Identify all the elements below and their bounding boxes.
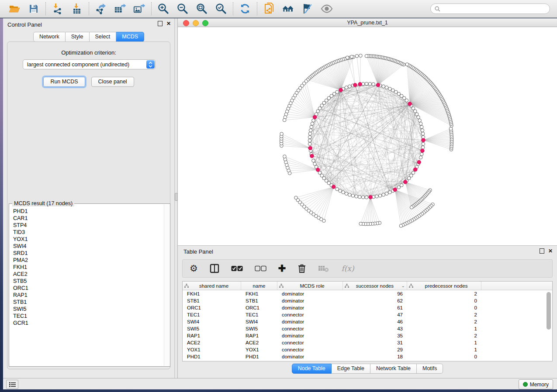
add-row-icon[interactable]: ✚: [278, 263, 286, 274]
table-row[interactable]: PHD1PHD1dominator180: [183, 353, 552, 360]
table-cell[interactable]: RAP1: [241, 333, 277, 338]
table-cell[interactable]: SWI5: [241, 326, 277, 331]
table-cell[interactable]: 35: [343, 333, 407, 338]
table-cell[interactable]: STB1: [183, 298, 241, 303]
result-list-item[interactable]: SRD1: [10, 250, 164, 257]
column-header-mcds-role[interactable]: MCDS role: [277, 282, 343, 290]
table-cell[interactable]: SWI4: [241, 319, 277, 324]
table-cell[interactable]: 2: [407, 319, 481, 324]
table-row[interactable]: YOX1YOX1connector291: [183, 346, 552, 353]
close-panel-button[interactable]: Close panel: [91, 77, 134, 87]
table-cell[interactable]: TEC1: [241, 312, 277, 317]
table-row[interactable]: ACE2ACE2connector311: [183, 339, 552, 346]
table-cell[interactable]: 61: [343, 305, 407, 310]
result-list-item[interactable]: STB1: [10, 299, 164, 306]
table-cell[interactable]: 18: [343, 354, 407, 359]
result-list-item[interactable]: ACE2: [10, 271, 164, 278]
result-list-item[interactable]: ORC1: [10, 285, 164, 292]
tab-style[interactable]: Style: [66, 32, 90, 42]
table-cell[interactable]: 43: [343, 326, 407, 331]
close-table-panel-icon[interactable]: ✕: [548, 248, 553, 254]
table-cell[interactable]: YOX1: [183, 347, 241, 352]
result-list-item[interactable]: YOX1: [10, 236, 164, 243]
table-settings-icon[interactable]: ⚙: [190, 263, 198, 274]
memory-button[interactable]: Memory: [519, 379, 553, 389]
table-cell[interactable]: 1: [407, 326, 481, 331]
tab-node-table[interactable]: Node Table: [292, 364, 332, 374]
table-cell[interactable]: dominator: [277, 333, 343, 338]
result-list-item[interactable]: TEC1: [10, 313, 164, 320]
close-panel-icon[interactable]: ✕: [166, 21, 171, 26]
search-input[interactable]: [443, 5, 546, 12]
table-row[interactable]: SWI4SWI4dominator462: [183, 318, 552, 325]
table-cell[interactable]: connector: [277, 347, 343, 352]
table-cell[interactable]: dominator: [277, 298, 343, 303]
table-cell[interactable]: PHD1: [241, 354, 277, 359]
table-cell[interactable]: connector: [277, 312, 343, 317]
zoom-in-icon[interactable]: [157, 3, 170, 15]
result-list-item[interactable]: CAR1: [10, 215, 164, 222]
network-window-titlebar[interactable]: YPA_prune.txt_1: [178, 18, 557, 27]
hide-graphics-details-icon[interactable]: [301, 3, 314, 15]
run-mcds-button[interactable]: Run MCDS: [43, 77, 85, 87]
table-cell[interactable]: connector: [277, 340, 343, 345]
result-list-item[interactable]: SWI4: [10, 243, 164, 250]
result-list-item[interactable]: STP4: [10, 222, 164, 229]
result-list-item[interactable]: RAP1: [10, 292, 164, 299]
import-network-icon[interactable]: [52, 3, 64, 15]
table-cell[interactable]: 0: [407, 305, 481, 310]
zoom-selected-icon[interactable]: [215, 3, 227, 15]
network-canvas[interactable]: [178, 27, 557, 245]
show-column-icon[interactable]: [210, 263, 219, 274]
tab-edge-table[interactable]: Edge Table: [332, 364, 370, 374]
result-list-item[interactable]: FKH1: [10, 264, 164, 271]
splitter-handle[interactable]: [175, 193, 178, 201]
table-cell[interactable]: 47: [343, 312, 407, 317]
save-session-icon[interactable]: [28, 3, 40, 15]
table-cell[interactable]: ORC1: [241, 305, 277, 310]
export-network-icon[interactable]: [95, 3, 107, 15]
mcds-result-list[interactable]: PHD1CAR1STP4TID3YOX1SWI4SRD1PMA2FKH1ACE2…: [10, 208, 164, 366]
result-list-item[interactable]: TID3: [10, 229, 164, 236]
table-cell[interactable]: ORC1: [183, 305, 241, 310]
tab-mcds[interactable]: MCDS: [116, 32, 144, 42]
table-cell[interactable]: 46: [343, 319, 407, 324]
search-field[interactable]: [430, 3, 550, 14]
result-list-item[interactable]: STB5: [10, 278, 164, 285]
node-table[interactable]: shared namenameMCDS rolesuccessor nodes⌄…: [182, 281, 553, 361]
table-cell[interactable]: 2: [407, 291, 481, 296]
export-image-icon[interactable]: [133, 3, 145, 15]
tab-network[interactable]: Network: [33, 32, 66, 42]
table-cell[interactable]: 31: [343, 340, 407, 345]
result-list-scrollbar[interactable]: [164, 204, 170, 366]
select-all-icon[interactable]: [231, 263, 243, 274]
table-scrollbar-thumb[interactable]: [547, 292, 551, 330]
open-file-icon[interactable]: [8, 3, 21, 15]
table-cell[interactable]: FKH1: [241, 291, 277, 296]
table-cell[interactable]: FKH1: [183, 291, 241, 296]
table-row[interactable]: TEC1TEC1connector472: [183, 311, 552, 318]
table-cell[interactable]: 29: [343, 347, 407, 352]
table-cell[interactable]: 2: [407, 333, 481, 338]
table-cell[interactable]: 2: [407, 312, 481, 317]
column-header-name[interactable]: name: [241, 282, 277, 290]
zoom-fit-icon[interactable]: [196, 3, 208, 15]
table-cell[interactable]: 1: [407, 347, 481, 352]
table-cell[interactable]: ACE2: [183, 340, 241, 345]
table-cell[interactable]: connector: [277, 326, 343, 331]
column-header-shared-name[interactable]: shared name: [183, 282, 241, 290]
table-cell[interactable]: 0: [407, 298, 481, 303]
float-table-panel-icon[interactable]: [540, 248, 544, 254]
table-scrollbar[interactable]: [547, 291, 551, 359]
table-cell[interactable]: 0: [407, 354, 481, 359]
table-cell[interactable]: YOX1: [241, 347, 277, 352]
result-list-item[interactable]: SWI5: [10, 306, 164, 313]
task-history-button[interactable]: [6, 380, 18, 389]
table-cell[interactable]: PHD1: [183, 354, 241, 359]
table-cell[interactable]: SWI5: [183, 326, 241, 331]
table-cell[interactable]: STB1: [241, 298, 277, 303]
network-from-table-icon[interactable]: [263, 3, 275, 15]
result-list-item[interactable]: PMA2: [10, 257, 164, 264]
table-row[interactable]: FKH1FKH1dominator962: [183, 290, 552, 297]
table-cell[interactable]: dominator: [277, 319, 343, 324]
